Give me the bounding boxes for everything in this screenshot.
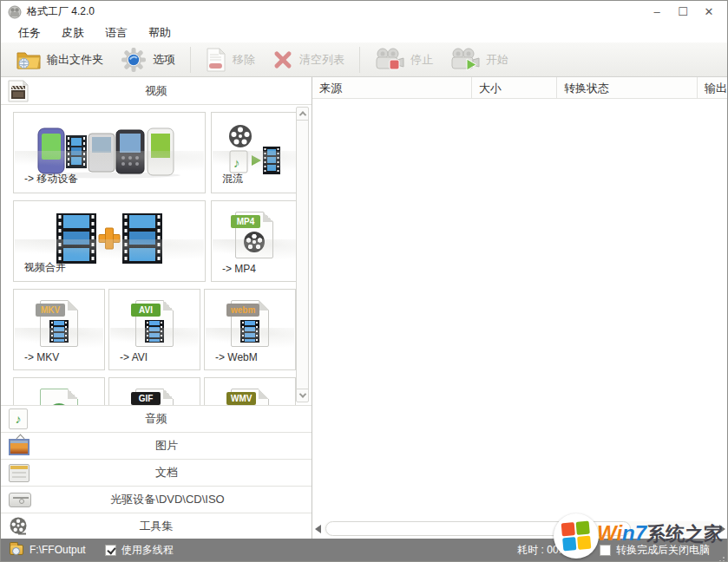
section-audio[interactable]: ♪ 音频 — [1, 406, 312, 433]
wmv-badge: WMV — [226, 392, 256, 405]
watermark-brand-right: n7 — [622, 521, 646, 545]
chevron-down-icon — [298, 390, 305, 397]
tile-label: -> 移动设备 — [24, 172, 78, 186]
video-format-tiles: -> 移动设备 ♪ — [1, 105, 312, 406]
column-output[interactable]: 输出 — [698, 77, 727, 98]
menu-bar: 任务 皮肤 语言 帮助 — [1, 23, 727, 42]
tile-label: 混流 — [222, 172, 243, 186]
column-status[interactable]: 转换状态 — [557, 77, 698, 98]
film-strip-icon — [240, 320, 259, 343]
webm-file-icon: webm — [231, 300, 269, 347]
remove-label: 移除 — [233, 52, 255, 68]
column-source[interactable]: 来源 — [312, 77, 472, 98]
task-table-header: 来源 大小 转换状态 输出 — [312, 77, 727, 99]
windows-flag-icon — [554, 513, 599, 559]
tile-to-webm[interactable]: webm -> WebM — [204, 289, 296, 370]
document-icon — [9, 464, 30, 482]
mux-icon: ♪ — [226, 123, 283, 175]
menu-language[interactable]: 语言 — [95, 23, 138, 42]
picture-section-label: 图片 — [22, 438, 312, 454]
film-strip-icon — [145, 320, 164, 343]
app-window: 格式工厂 4.2.0 – ☐ ✕ 任务 皮肤 语言 帮助 输出文件夹 — [0, 0, 728, 562]
watermark-brand-left: Wi — [597, 521, 622, 545]
mkv-badge: MKV — [36, 304, 65, 317]
clear-list-button[interactable]: 清空列表 — [264, 45, 353, 75]
audio-section-label: 音频 — [1, 411, 312, 427]
output-path-folder-icon[interactable] — [10, 545, 23, 555]
video-join-icon — [55, 212, 164, 265]
tile-to-wmv[interactable]: WMV — [204, 377, 296, 406]
title-bar: 格式工厂 4.2.0 – ☐ ✕ — [1, 1, 727, 23]
column-size[interactable]: 大小 — [472, 77, 557, 98]
tile-label: -> MP4 — [222, 263, 256, 275]
scroll-down-button[interactable] — [297, 389, 308, 402]
output-folder-button[interactable]: 输出文件夹 — [8, 45, 112, 75]
folder-icon — [16, 50, 41, 69]
toolbar-separator — [359, 47, 360, 73]
avi-file-icon: AVI — [135, 300, 174, 347]
output-path[interactable]: F:\FFOutput — [30, 544, 86, 556]
toolbar-separator — [190, 47, 191, 73]
svg-text:♪: ♪ — [233, 155, 240, 170]
gif-file-icon: GIF — [135, 389, 174, 406]
tile-label: 视频合并 — [24, 260, 66, 275]
mp4-file-icon: MP4 — [235, 212, 273, 258]
tile-to-mp4[interactable]: MP4 -> MP4 — [211, 200, 298, 282]
tile-label: -> AVI — [120, 351, 148, 363]
menu-skins[interactable]: 皮肤 — [51, 23, 95, 42]
scroll-up-button[interactable] — [297, 108, 308, 121]
section-video[interactable]: 视频 — [1, 77, 312, 105]
section-optical-disc[interactable]: 光驱设备\DVD\CD\ISO — [1, 487, 312, 513]
file-list-area[interactable] — [312, 99, 727, 521]
watermark-text: Win7系统之家 — [597, 521, 723, 547]
chevron-up-icon — [298, 111, 305, 118]
window-title: 格式工厂 4.2.0 — [27, 4, 95, 19]
win7-watermark: Win7系统之家 — [554, 509, 727, 561]
menu-help[interactable]: 帮助 — [138, 23, 181, 42]
app-icon — [8, 5, 22, 19]
watermark-suffix: 系统之家 — [646, 523, 723, 545]
mkv-file-icon: MKV — [40, 300, 78, 347]
optical-section-label: 光驱设备\DVD\CD\ISO — [23, 492, 312, 507]
maximize-button[interactable]: ☐ — [670, 3, 696, 22]
tile-to-mov[interactable] — [13, 377, 105, 406]
task-list-panel: 来源 大小 转换状态 输出 — [312, 77, 727, 540]
avi-badge: AVI — [131, 304, 161, 317]
multithread-label[interactable]: 使用多线程 — [121, 543, 174, 558]
options-button[interactable]: 选项 — [112, 45, 184, 75]
section-picture[interactable]: 图片 — [1, 433, 312, 460]
gif-badge: GIF — [131, 392, 161, 405]
options-label: 选项 — [153, 52, 175, 68]
gear-icon — [121, 47, 147, 73]
tiles-vertical-scrollbar[interactable] — [296, 107, 309, 402]
toolset-section-label: 工具集 — [1, 519, 312, 534]
clear-list-label: 清空列表 — [299, 52, 344, 68]
minimize-button[interactable]: – — [644, 3, 670, 22]
tile-to-mkv[interactable]: MKV -> MKV — [13, 289, 105, 370]
film-reel-icon — [9, 517, 28, 536]
stop-button[interactable]: 停止 — [366, 45, 442, 75]
output-folder-label: 输出文件夹 — [47, 52, 103, 68]
tile-label: -> WebM — [215, 351, 258, 363]
section-toolset[interactable]: 工具集 — [1, 513, 312, 540]
remove-button[interactable]: 移除 — [197, 45, 264, 75]
scroll-left-icon[interactable] — [315, 525, 321, 533]
close-button[interactable]: ✕ — [696, 3, 722, 22]
remove-icon — [206, 48, 226, 72]
tile-mobile-devices[interactable]: -> 移动设备 — [13, 112, 206, 193]
tile-video-join[interactable]: 视频合并 — [13, 200, 206, 282]
multithread-checkbox[interactable] — [105, 545, 116, 556]
tile-mux[interactable]: ♪ 混流 — [211, 112, 298, 193]
tile-label: -> MKV — [24, 351, 59, 363]
stop-camera-icon — [375, 48, 404, 71]
audio-icon: ♪ — [9, 408, 28, 429]
section-document[interactable]: 文档 — [1, 460, 312, 487]
tile-to-avi[interactable]: AVI -> AVI — [108, 289, 200, 370]
webm-badge: webm — [226, 304, 259, 317]
menu-tasks[interactable]: 任务 — [8, 23, 51, 42]
start-camera-icon — [450, 48, 480, 71]
wmv-file-icon: WMV — [231, 389, 269, 406]
tile-to-gif[interactable]: GIF — [108, 377, 200, 406]
start-button[interactable]: 开始 — [442, 45, 517, 75]
start-label: 开始 — [486, 52, 508, 68]
